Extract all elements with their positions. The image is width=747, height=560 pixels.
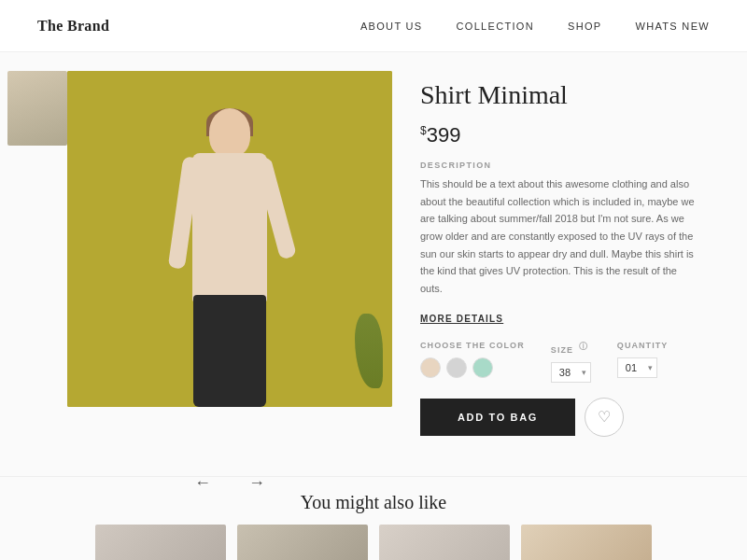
more-details-link[interactable]: MORE DETAILS — [420, 314, 503, 324]
color-swatches — [420, 357, 525, 378]
main-nav: ABOUT US COLLECTION SHOP WHATS NEW — [360, 21, 710, 32]
nav-shop[interactable]: SHOP — [568, 21, 601, 32]
size-select[interactable]: 38 40 42 — [551, 362, 591, 383]
qty-select-wrap: 01 02 03 — [617, 357, 657, 378]
image-navigation: ← → — [67, 462, 392, 504]
rec-item-2[interactable] — [237, 525, 368, 560]
rec-item-1[interactable] — [95, 525, 226, 560]
product-title: Shirt Minimal — [420, 80, 710, 110]
product-details: Shirt Minimal $399 DESCRIPTION This shou… — [392, 71, 747, 476]
model-pants — [193, 295, 266, 407]
next-image-button[interactable]: → — [241, 469, 273, 497]
product-images: ← → — [0, 71, 392, 476]
price-value: 399 — [427, 123, 461, 147]
thumbnail-column — [0, 71, 67, 476]
thumbnail-1[interactable] — [7, 71, 67, 146]
color-label: CHOOSE THE COLOR — [420, 341, 525, 350]
rec-item-3[interactable] — [379, 525, 510, 560]
brand-logo[interactable]: The Brand — [37, 18, 109, 35]
color-swatch-light-gray[interactable] — [446, 357, 467, 378]
main-product-image — [67, 71, 392, 407]
recommendations-grid — [37, 525, 710, 560]
quantity-option-group: QUANTITY 01 02 03 — [617, 341, 669, 378]
qty-label: QUANTITY — [617, 341, 669, 350]
product-options: CHOOSE THE COLOR SIZE ⓘ 38 40 42 — [420, 341, 710, 383]
model-body — [192, 153, 267, 302]
size-select-wrap: 38 40 42 — [551, 362, 591, 383]
qty-select[interactable]: 01 02 03 — [617, 357, 657, 378]
add-to-bag-button[interactable]: ADD TO BAG — [420, 399, 575, 436]
size-label: SIZE ⓘ — [551, 341, 591, 355]
description-label: DESCRIPTION — [420, 161, 710, 170]
model-figure — [86, 108, 374, 407]
color-swatch-mint[interactable] — [472, 357, 493, 378]
color-option-group: CHOOSE THE COLOR — [420, 341, 525, 378]
product-price: $399 — [420, 123, 710, 147]
size-option-group: SIZE ⓘ 38 40 42 — [551, 341, 591, 383]
actions-row: ADD TO BAG ♡ — [420, 398, 710, 437]
header: The Brand ABOUT US COLLECTION SHOP WHATS… — [0, 0, 747, 52]
nav-whats-new[interactable]: WHATS NEW — [635, 21, 710, 32]
model-head — [209, 108, 250, 157]
size-info-icon[interactable]: ⓘ — [579, 342, 588, 351]
main-content: ← → Shirt Minimal $399 DESCRIPTION This … — [0, 52, 747, 476]
heart-icon: ♡ — [598, 408, 611, 426]
nav-collection[interactable]: COLLECTION — [457, 21, 535, 32]
rec-item-4[interactable] — [521, 525, 652, 560]
color-swatch-beige[interactable] — [420, 357, 441, 378]
wishlist-button[interactable]: ♡ — [585, 398, 624, 437]
nav-about[interactable]: ABOUT US — [360, 21, 423, 32]
product-description: This should be a text about this awesome… — [420, 175, 700, 298]
price-symbol: $ — [420, 124, 427, 137]
prev-image-button[interactable]: ← — [187, 469, 218, 497]
